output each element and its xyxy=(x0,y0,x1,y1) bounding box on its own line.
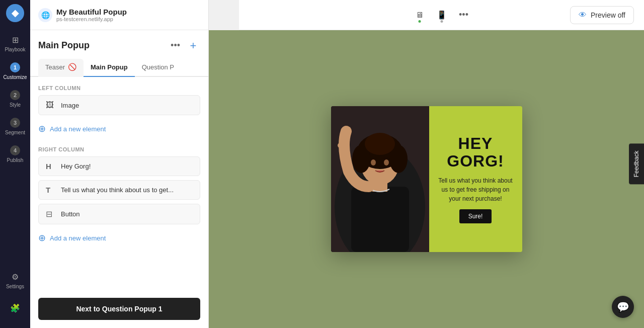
preview-icon: 👁 xyxy=(579,11,587,20)
popup-image-side xyxy=(331,106,429,252)
svg-rect-2 xyxy=(351,187,409,252)
sidebar-item-settings[interactable]: ⚙ Settings xyxy=(3,267,27,294)
heading-icon: H xyxy=(46,162,56,171)
topbar-right: 👁 Preview off xyxy=(472,6,634,24)
svg-point-10 xyxy=(384,159,389,166)
publish-number: 4 xyxy=(10,145,20,155)
style-number: 2 xyxy=(10,90,20,100)
more-options-button[interactable]: ••• xyxy=(455,8,472,22)
segment-number: 3 xyxy=(10,118,20,128)
popup-heading: HEY GORG! xyxy=(447,135,504,170)
app-logo: ◆ xyxy=(6,4,24,22)
desktop-icon: 🖥 xyxy=(416,11,424,20)
add-left-label: Add a new element xyxy=(50,125,106,133)
question-p-label: Question P xyxy=(142,63,174,71)
hey-gorg-element-row[interactable]: H Hey Gorg! xyxy=(38,156,200,176)
popup-image-placeholder xyxy=(331,106,429,252)
site-url: ps-testceren.netlify.app xyxy=(56,16,200,22)
sidebar-item-label: Playbook xyxy=(5,47,25,52)
mobile-inactive-dot xyxy=(441,20,443,23)
panel-sidebar: 🌐 My Beautiful Popup ps-testceren.netlif… xyxy=(30,0,209,328)
site-header: 🌐 My Beautiful Popup ps-testceren.netlif… xyxy=(30,0,208,30)
site-name: My Beautiful Popup xyxy=(56,8,200,16)
plus-circle-icon-right: ⊕ xyxy=(38,232,46,243)
popup-image-svg xyxy=(331,106,429,252)
tell-us-label: Tell us what you think about us to get..… xyxy=(61,186,174,194)
gear-icon: ⚙ xyxy=(12,272,19,282)
mobile-device-button[interactable]: 📱 xyxy=(433,6,451,24)
main-topbar: 🖥 📱 ••• 👁 Preview off xyxy=(239,0,644,30)
right-column-label: RIGHT COLUMN xyxy=(30,138,208,156)
tab-teaser[interactable]: Teaser 🚫 xyxy=(38,59,84,77)
desktop-device-button[interactable]: 🖥 xyxy=(411,6,429,24)
sidebar-item-apps[interactable]: 🧩 xyxy=(3,298,27,318)
svg-point-12 xyxy=(340,136,345,141)
main-area: 🖥 📱 ••• 👁 Preview off xyxy=(209,0,644,328)
svg-point-9 xyxy=(371,159,376,166)
chat-icon: 💬 xyxy=(617,301,629,313)
svg-point-11 xyxy=(343,131,349,137)
button-icon: ⊟ xyxy=(46,209,56,219)
popup-cta-button[interactable]: Sure! xyxy=(459,209,492,223)
topbar-center: 🖥 📱 ••• xyxy=(411,6,472,24)
tabs-row: Teaser 🚫 Main Popup Question P xyxy=(30,53,208,77)
image-icon: 🖼 xyxy=(46,101,56,110)
preview-area: HEY GORG! Tell us what you think about u… xyxy=(209,30,644,328)
teaser-label: Teaser xyxy=(45,63,65,71)
hey-gorg-label: Hey Gorg! xyxy=(61,162,91,170)
tab-main-popup[interactable]: Main Popup xyxy=(84,59,135,77)
button-element-row[interactable]: ⊟ Button xyxy=(38,204,200,224)
popup-card: HEY GORG! Tell us what you think about u… xyxy=(331,106,522,252)
site-info: My Beautiful Popup ps-testceren.netlify.… xyxy=(56,8,200,22)
image-element-row[interactable]: 🖼 Image xyxy=(38,95,200,115)
feedback-tab[interactable]: Feedback xyxy=(629,144,644,185)
desktop-active-dot xyxy=(419,20,421,23)
tell-us-element-row[interactable]: T Tell us what you think about us to get… xyxy=(38,180,200,200)
eye-slash-icon: 🚫 xyxy=(68,63,76,71)
popup-content-side: HEY GORG! Tell us what you think about u… xyxy=(429,106,522,252)
panel-add-button[interactable]: + xyxy=(186,39,200,53)
add-left-element[interactable]: ⊕ Add a new element xyxy=(30,119,208,138)
image-label: Image xyxy=(61,102,79,109)
tab-question-p[interactable]: Question P xyxy=(135,59,181,77)
popup-body-text: Tell us what you think about us to get f… xyxy=(438,176,513,203)
sidebar-item-playbook[interactable]: ⊞ Playbook xyxy=(0,30,30,57)
mobile-icon: 📱 xyxy=(437,10,447,20)
heading-line2: GORG! xyxy=(447,152,504,170)
sidebar-item-label: Customize xyxy=(3,74,27,80)
preview-button[interactable]: 👁 Preview off xyxy=(570,6,634,24)
sidebar-item-label: Style xyxy=(10,102,21,108)
feedback-label: Feedback xyxy=(633,151,640,178)
globe-icon: 🌐 xyxy=(38,8,52,22)
panel-title: Main Popup xyxy=(38,40,165,51)
settings-label: Settings xyxy=(6,284,24,289)
more-dots-icon: ••• xyxy=(459,10,468,20)
sidebar-item-style[interactable]: 2 Style xyxy=(0,85,30,113)
sidebar-item-label: Publish xyxy=(7,157,24,163)
panel-header: Main Popup ••• + xyxy=(30,30,208,53)
plus-circle-icon-left: ⊕ xyxy=(38,123,46,134)
left-column-label: LEFT COLUMN xyxy=(30,77,208,95)
customize-number: 1 xyxy=(10,62,20,72)
text-icon: T xyxy=(46,186,56,194)
svg-point-8 xyxy=(365,133,395,155)
add-right-label: Add a new element xyxy=(50,234,106,242)
main-popup-label: Main Popup xyxy=(91,63,128,71)
icon-sidebar: ◆ ⊞ Playbook 1 Customize 2 Style 3 Segme… xyxy=(0,0,30,328)
sidebar-bottom: ⚙ Settings 🧩 xyxy=(3,267,27,324)
svg-point-13 xyxy=(338,143,343,148)
next-button[interactable]: Next to Question Popup 1 xyxy=(38,298,200,320)
button-label: Button xyxy=(61,210,80,218)
sidebar-item-publish[interactable]: 4 Publish xyxy=(0,140,30,168)
apps-icon: 🧩 xyxy=(10,303,20,313)
heading-line1: HEY xyxy=(458,134,493,152)
panel-menu-button[interactable]: ••• xyxy=(169,38,182,53)
sidebar-item-label: Segment xyxy=(5,130,25,135)
add-right-element[interactable]: ⊕ Add a new element xyxy=(30,228,208,248)
playbook-icon: ⊞ xyxy=(12,35,19,45)
sidebar-item-customize[interactable]: 1 Customize xyxy=(0,57,30,85)
sidebar-item-segment[interactable]: 3 Segment xyxy=(0,113,30,140)
preview-label: Preview off xyxy=(591,11,625,19)
chat-button[interactable]: 💬 xyxy=(612,296,634,318)
